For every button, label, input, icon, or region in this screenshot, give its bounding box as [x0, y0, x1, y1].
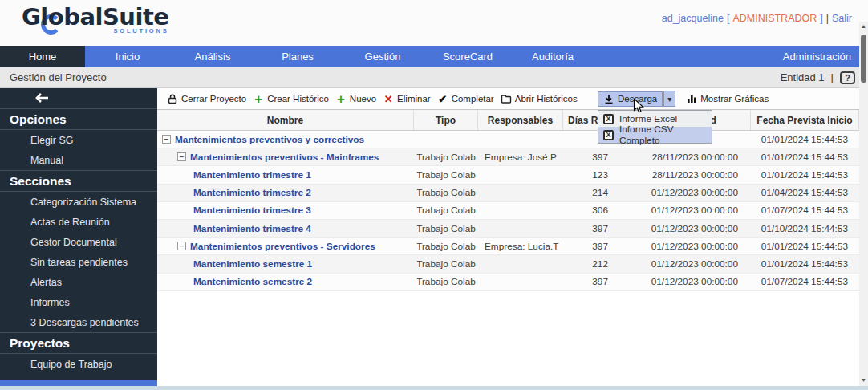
table-row[interactable]: −Mantenimientos preventivos y correctivo…	[157, 131, 859, 148]
nav-tab-planes[interactable]: Planes	[255, 46, 340, 67]
vertical-scrollbar[interactable]: ▲ ▼	[859, 22, 868, 386]
column-header-tipo[interactable]: Tipo	[414, 110, 478, 130]
row-name-link[interactable]: Mantenimiento trimestre 4	[193, 223, 311, 234]
bracket-close: ]	[820, 13, 822, 24]
mostrar-graficas-label: Mostrar Gráficas	[700, 94, 769, 104]
sidebar-item-gestor-documental[interactable]: Gestor Documental	[0, 232, 157, 252]
cell-inicio: 01/10/2024 15:44:53	[751, 223, 859, 234]
collapse-toggle-icon[interactable]: −	[162, 135, 171, 144]
row-name-link[interactable]: Mantenimiento semestre 1	[193, 258, 312, 270]
cell-inicio: 01/07/2024 15:44:53	[751, 276, 859, 287]
entity-divider: |	[831, 71, 834, 83]
sidebar: OpcionesElegir SGManualSeccionesCategori…	[0, 88, 157, 386]
help-icon[interactable]: ?	[840, 71, 855, 84]
logout-link[interactable]: Salir	[832, 13, 852, 24]
table-row[interactable]: Mantenimiento trimestre 3Trabajo Colab30…	[157, 202, 859, 220]
check-icon: ✔	[437, 95, 448, 104]
project-bar: Gestión del Proyecto Entidad 1 | ?	[0, 67, 868, 88]
scroll-up-icon[interactable]: ▲	[859, 23, 868, 29]
row-name-link[interactable]: Mantenimientos preventivos - Mainframes	[190, 152, 379, 163]
cell-nombre: Mantenimiento trimestre 3	[157, 205, 414, 216]
nav-tab-auditoria[interactable]: Auditoría	[510, 46, 595, 67]
cell-solicitud: 01/12/2023 00:00:00	[611, 223, 751, 234]
sidebar-item-categorizacion-sistema[interactable]: Categorización Sistema	[0, 192, 157, 212]
sidebar-item-informes[interactable]: Informes	[0, 292, 157, 312]
sidebar-section-proyectos: Proyectos	[0, 332, 157, 354]
nuevo-button[interactable]: +Nuevo	[332, 92, 379, 105]
cell-solicitud: 01/12/2023 00:00:00	[611, 276, 751, 287]
main-content: Cerrar Proyecto+Crear Histórico+Nuevo✕El…	[157, 88, 859, 386]
abrir-historicos-button[interactable]: Abrir Históricos	[497, 92, 581, 105]
cell-solicitud: 01/12/2023 00:00:00	[611, 205, 751, 216]
page-title: Gestión del Proyecto	[10, 71, 107, 83]
cell-dias: 397	[563, 223, 611, 234]
nav-tab-analisis[interactable]: Análisis	[170, 46, 255, 67]
row-name-link[interactable]: Mantenimiento trimestre 3	[193, 205, 311, 216]
nav-tab-scorecard[interactable]: ScoreCard	[425, 46, 510, 67]
table-row[interactable]: Mantenimiento trimestre 4Trabajo Colab39…	[157, 220, 859, 238]
sidebar-item-alertas[interactable]: Alertas	[0, 272, 157, 292]
column-header-responsables[interactable]: Responsables	[478, 110, 563, 130]
cell-tipo: Trabajo Colab	[414, 223, 478, 234]
collapse-toggle-icon[interactable]: −	[177, 242, 186, 250]
sidebar-back-button[interactable]	[0, 88, 157, 108]
completar-button[interactable]: ✔Completar	[434, 92, 497, 105]
sidebar-item-manual[interactable]: Manual	[0, 150, 157, 170]
table-row[interactable]: −Mantenimientos preventivos - Mainframes…	[157, 148, 859, 166]
row-name-link[interactable]: Mantenimientos preventivos y correctivos	[175, 134, 364, 145]
scroll-down-icon[interactable]: ▼	[859, 377, 868, 383]
column-header-nombre[interactable]: Nombre	[157, 110, 414, 130]
sidebar-sections: OpcionesElegir SGManualSeccionesCategori…	[0, 108, 157, 374]
cell-nombre: Mantenimiento semestre 1	[157, 258, 414, 270]
table-row[interactable]: −Mantenimientos preventivos - Servidores…	[157, 238, 859, 255]
download-caret-button[interactable]: ▾	[663, 91, 675, 107]
dropdown-item-informe-csv-completo[interactable]: XInforme CSV Completo	[598, 127, 712, 143]
column-header-fecha-prevista-inicio[interactable]: Fecha Prevista Inicio	[751, 110, 859, 130]
scrollbar-thumb[interactable]	[861, 35, 866, 83]
row-name-link[interactable]: Mantenimientos preventivos - Servidores	[190, 241, 375, 252]
collapse-toggle-icon[interactable]: −	[177, 152, 186, 161]
lock-icon	[167, 94, 178, 104]
cell-tipo: Trabajo Colab	[414, 258, 478, 270]
row-name-link[interactable]: Mantenimiento trimestre 2	[193, 187, 311, 198]
table-row[interactable]: Mantenimiento trimestre 1Trabajo Colab12…	[157, 166, 859, 184]
horizontal-scrollbar[interactable]	[0, 386, 868, 390]
project-bar-right: Entidad 1 | ?	[781, 71, 855, 84]
row-name-link[interactable]: Mantenimiento semestre 2	[193, 276, 312, 287]
nav-tab-inicio[interactable]: Inicio	[85, 46, 170, 67]
descarga-button[interactable]: Descarga	[598, 91, 663, 107]
logo-text: GlobalSuite	[22, 6, 168, 29]
row-name-link[interactable]: Mantenimiento trimestre 1	[193, 169, 311, 181]
nav-tab-home[interactable]: Home	[0, 46, 85, 67]
table-body: −Mantenimientos preventivos y correctivo…	[157, 131, 859, 291]
cell-solicitud: 01/12/2023 00:00:00	[611, 258, 751, 270]
cell-inicio: 01/07/2024 15:44:53	[751, 205, 859, 216]
sidebar-item-3-descargas-pendientes[interactable]: 3 Descargas pendientes	[0, 312, 157, 332]
nav-tab-gestion[interactable]: Gestión	[340, 46, 425, 67]
sidebar-item-elegir-sg[interactable]: Elegir SG	[0, 130, 157, 150]
cell-tipo: Trabajo Colab	[414, 169, 478, 181]
table-row[interactable]: Mantenimiento trimestre 2Trabajo Colab21…	[157, 185, 859, 202]
sidebar-active-indicator	[0, 380, 157, 386]
cell-dias: 306	[563, 205, 611, 216]
sidebar-item-actas-de-reunion[interactable]: Actas de Reunión	[0, 212, 157, 232]
sidebar-section-opciones: Opciones	[0, 108, 157, 130]
plus-icon: +	[335, 95, 347, 104]
dropdown-item-label: Informe CSV Completo	[619, 124, 712, 146]
table-row[interactable]: Mantenimiento semestre 2Trabajo Colab397…	[157, 274, 859, 291]
mostrar-graficas-button[interactable]: Mostrar Gráficas	[683, 92, 772, 105]
sidebar-item-equipo-de-trabajo[interactable]: Equipo de Trabajo	[0, 354, 157, 374]
cell-nombre: −Mantenimientos preventivos y correctivo…	[157, 134, 414, 145]
cell-dias: 214	[563, 187, 611, 198]
cell-nombre: Mantenimiento semestre 2	[157, 276, 414, 287]
nav-tab-administracion[interactable]: Administración	[766, 46, 868, 67]
crear-historico-button[interactable]: +Crear Histórico	[249, 92, 332, 105]
user-info: ad_jacqueline [ ADMINISTRADOR ] | Salir	[662, 13, 852, 24]
cerrar-proyecto-button[interactable]: Cerrar Proyecto	[164, 92, 249, 106]
sidebar-item-sin-tareas-pendientes[interactable]: Sin tareas pendientes	[0, 252, 157, 272]
cell-inicio: 01/01/2024 15:44:53	[751, 241, 859, 252]
table-row[interactable]: Mantenimiento semestre 1Trabajo Colab212…	[157, 255, 859, 273]
eliminar-button[interactable]: ✕Eliminar	[379, 92, 434, 105]
descarga-label: Descarga	[618, 94, 657, 104]
cell-solicitud: 01/12/2023 00:00:00	[611, 187, 751, 198]
